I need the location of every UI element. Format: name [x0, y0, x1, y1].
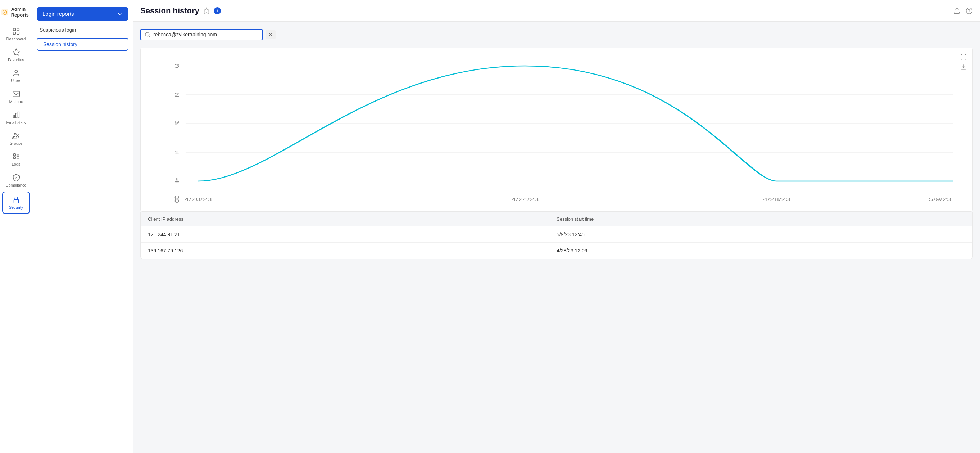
top-bar-right: [953, 7, 973, 14]
svg-marker-14: [204, 8, 210, 13]
dropdown-label: Login reports: [43, 11, 74, 17]
svg-text:2: 2: [175, 92, 180, 97]
svg-rect-1: [13, 29, 15, 30]
svg-text:4/28/23: 4/28/23: [763, 196, 791, 202]
help-icon: [966, 7, 973, 14]
svg-point-11: [14, 133, 16, 136]
nav-item-session-history[interactable]: Session history: [37, 38, 129, 51]
favorite-star-button[interactable]: [203, 7, 210, 14]
sidebar-item-favorites[interactable]: Favorites: [0, 45, 32, 65]
cell-time: 4/28/23 12:09: [557, 248, 965, 254]
table-row: 121.244.91.21 5/9/23 12:45: [141, 226, 972, 242]
svg-text:1: 1: [175, 150, 180, 155]
mail-icon: [12, 90, 20, 98]
sidebar-item-label: Mailbox: [10, 99, 23, 104]
table-row: 139.167.79.126 4/28/23 12:09: [141, 242, 972, 258]
data-table: Client IP address Session start time 121…: [140, 212, 973, 259]
cell-time: 5/9/23 12:45: [557, 231, 965, 237]
logo-icon: [2, 6, 8, 18]
sidebar-item-groups[interactable]: Groups: [0, 128, 32, 149]
star-outline-icon: [203, 7, 210, 14]
svg-text:3: 3: [175, 63, 180, 69]
sidebar-item-security[interactable]: Security: [2, 191, 30, 214]
download-chart-button[interactable]: [959, 63, 967, 71]
svg-rect-3: [13, 32, 15, 34]
grid-icon: [12, 27, 20, 35]
sidebar-item-label: Users: [11, 78, 21, 83]
nav-item-suspicious-login[interactable]: Suspicious login: [32, 23, 133, 37]
top-bar-left: Session history i: [140, 6, 221, 16]
page-title: Session history: [140, 6, 199, 16]
cell-ip: 121.244.91.21: [148, 231, 557, 237]
svg-marker-5: [13, 49, 19, 55]
search-input[interactable]: [153, 32, 258, 37]
col-header-ip: Client IP address: [148, 217, 557, 222]
chart-container: 3 2 2 1 1 0 3 2 1 0 4/20/23 4/24/23: [140, 48, 973, 212]
svg-rect-7: [13, 91, 19, 97]
svg-rect-4: [17, 32, 19, 34]
upload-button[interactable]: [953, 7, 961, 14]
svg-point-6: [15, 70, 17, 73]
chart-svg-wrapper: 3 2 2 1 1 0 3 2 1 0 4/20/23 4/24/23: [148, 55, 965, 208]
info-button[interactable]: i: [214, 7, 221, 14]
search-wrapper: [140, 29, 262, 40]
app-title: Admin Reports: [11, 6, 30, 18]
sidebar-item-label: Compliance: [5, 183, 26, 187]
content-area: ✕: [133, 22, 980, 453]
star-icon: [12, 48, 20, 56]
svg-rect-9: [16, 113, 17, 118]
col-header-time: Session start time: [557, 217, 965, 222]
svg-text:4/20/23: 4/20/23: [185, 196, 212, 202]
sidebar-item-label: Favorites: [8, 57, 24, 62]
logs-icon: [12, 153, 20, 161]
svg-text:4/24/23: 4/24/23: [512, 196, 539, 202]
search-bar-container: ✕: [140, 29, 973, 40]
svg-text:5/9/23: 5/9/23: [929, 196, 951, 202]
sidebar-item-label: Security: [9, 205, 23, 210]
compliance-icon: [12, 174, 20, 182]
search-icon: [145, 32, 150, 37]
sidebar-item-label: Groups: [10, 141, 22, 145]
app-logo: Admin Reports: [0, 3, 32, 24]
sidebar-item-label: Logs: [12, 162, 21, 166]
sidebar-item-email-stats[interactable]: Email stats: [0, 107, 32, 128]
chart-controls: [959, 53, 967, 71]
groups-icon: [12, 132, 20, 140]
sidebar: Admin Reports Dashboard Favorites Users …: [0, 0, 32, 453]
line-chart: 3 2 2 1 1 0 3 2 1 0 4/20/23 4/24/23: [148, 55, 965, 206]
svg-rect-10: [18, 112, 19, 118]
svg-text:1: 1: [175, 177, 180, 183]
svg-text:0: 0: [175, 198, 180, 203]
sidebar-item-compliance[interactable]: Compliance: [0, 170, 32, 191]
svg-text:2: 2: [175, 120, 180, 125]
bar-chart-icon: [12, 111, 20, 119]
user-icon: [12, 69, 20, 77]
svg-point-18: [145, 32, 149, 37]
sidebar-item-label: Email stats: [6, 120, 26, 124]
expand-chart-button[interactable]: [959, 53, 967, 61]
login-reports-dropdown[interactable]: Login reports: [37, 7, 129, 21]
sidebar-item-logs[interactable]: Logs: [0, 149, 32, 170]
sidebar-item-label: Dashboard: [6, 37, 26, 41]
expand-icon: [960, 54, 967, 60]
svg-rect-2: [17, 29, 19, 30]
svg-rect-13: [14, 199, 18, 203]
svg-rect-8: [13, 115, 14, 118]
upload-icon: [953, 7, 961, 14]
lock-icon: [12, 196, 20, 204]
download-icon: [960, 64, 967, 70]
help-button[interactable]: [966, 7, 973, 14]
chevron-down-icon: [117, 11, 123, 17]
sidebar-item-dashboard[interactable]: Dashboard: [0, 24, 32, 45]
secondary-nav: Login reports Suspicious login Session h…: [32, 0, 133, 453]
svg-point-16: [966, 8, 972, 14]
cell-ip: 139.167.79.126: [148, 248, 557, 254]
search-clear-button[interactable]: ✕: [266, 30, 275, 39]
main-content: Session history i: [133, 0, 980, 453]
sidebar-item-mailbox[interactable]: Mailbox: [0, 86, 32, 107]
svg-point-12: [17, 134, 18, 136]
sidebar-item-users[interactable]: Users: [0, 65, 32, 86]
top-bar: Session history i: [133, 0, 980, 22]
table-header: Client IP address Session start time: [141, 212, 972, 226]
